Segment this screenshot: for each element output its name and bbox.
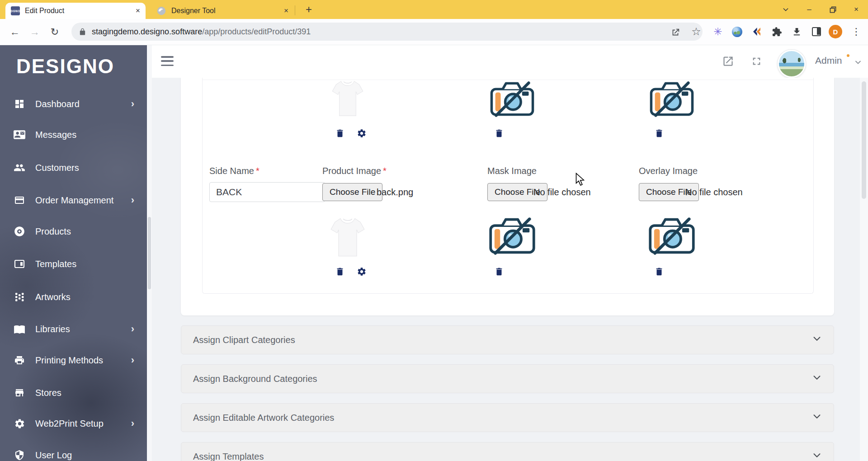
delete-icon[interactable] (494, 128, 504, 138)
tab-title: Edit Product (25, 7, 132, 15)
product-side-card: Side Name* Product Image* Choose File ba… (181, 78, 834, 315)
no-image-camera-icon (648, 216, 696, 255)
required-marker: * (256, 166, 259, 176)
window-restore-button[interactable] (821, 0, 844, 19)
tab-divider (295, 5, 295, 15)
sidebar-scrollbar-thumb[interactable] (148, 217, 151, 289)
templates-icon (14, 258, 25, 270)
page-scrollbar[interactable] (860, 78, 868, 461)
settings-gear-icon[interactable] (357, 128, 367, 138)
sidebar-item-web2print-setup[interactable]: Web2Print Setup › (0, 414, 147, 433)
window-minimize-button[interactable]: – (797, 0, 821, 19)
sidebar-item-dashboard[interactable]: Dashboard › (0, 94, 147, 114)
sidebar-item-order-management[interactable]: Order Management › (0, 190, 147, 210)
product-image-filename: back.png (377, 183, 413, 201)
overlay-image-filename: No file chosen (685, 183, 743, 201)
mouse-cursor (575, 173, 587, 186)
app-logo[interactable]: DESIGNO (16, 55, 114, 78)
user-name-label[interactable]: Admin (815, 55, 842, 66)
delete-icon[interactable] (335, 267, 345, 277)
screen: DGNO Edit Product × Designer Tool × + – … (0, 0, 868, 461)
browser-profile-avatar[interactable]: D (828, 24, 843, 39)
accordion-assign-editable-artwork-categories[interactable]: Assign Editable Artwork Categories (181, 403, 834, 432)
no-image-camera-icon (648, 80, 696, 118)
sidebar-item-user-log[interactable]: User Log (0, 445, 147, 461)
mask-image-label: Mask Image (487, 166, 537, 176)
tab-edit-product[interactable]: DGNO Edit Product × (5, 3, 146, 19)
no-image-camera-icon (488, 80, 536, 118)
required-marker: * (383, 166, 387, 176)
page-scrollbar-thumb[interactable] (862, 81, 866, 199)
product-image-label: Product Image* (322, 166, 387, 176)
share-icon[interactable] (668, 25, 683, 40)
new-tab-button[interactable]: + (301, 2, 316, 17)
sidebar-item-artworks[interactable]: Artworks (0, 287, 147, 307)
sidebar-item-products[interactable]: Products (0, 221, 147, 241)
sidebar-item-customers[interactable]: Customers (0, 158, 147, 178)
url-path: /app/products/editProduct/391 (202, 27, 311, 37)
hamburger-menu-icon[interactable] (161, 56, 174, 66)
sidebar-item-printing-methods[interactable]: Printing Methods › (0, 350, 147, 370)
side-panel-box: Side Name* Product Image* Choose File ba… (202, 78, 814, 294)
delete-icon[interactable] (335, 128, 345, 138)
libraries-icon (14, 323, 25, 335)
user-avatar[interactable] (778, 50, 806, 78)
window-controls: – × (774, 0, 868, 19)
delete-icon[interactable] (654, 128, 664, 138)
notification-dot (847, 54, 849, 57)
sidebar-item-libraries[interactable]: Libraries › (0, 319, 147, 339)
sidebar-item-messages[interactable]: Messages (0, 125, 147, 145)
extension-chevrons-icon[interactable] (750, 24, 764, 39)
bookmark-star-icon[interactable]: ☆ (689, 24, 703, 39)
customers-icon (14, 162, 25, 174)
forward-icon[interactable]: → (28, 25, 42, 39)
chevron-down-icon (812, 412, 822, 423)
extension-globe-icon[interactable] (730, 24, 744, 39)
settings-gear-icon[interactable] (357, 267, 367, 277)
chevron-right-icon: › (131, 324, 134, 334)
product-image-thumbnail (330, 214, 366, 261)
side-name-input[interactable] (209, 182, 325, 202)
printer-icon (14, 354, 25, 366)
tab-designer-tool[interactable]: Designer Tool × (151, 3, 294, 19)
tab-close-icon[interactable]: × (136, 6, 140, 15)
open-in-new-icon[interactable] (722, 55, 736, 69)
extension-asterisk-icon[interactable]: ✳ (711, 24, 725, 39)
url-bar[interactable]: stagingdemo.designo.software/app/product… (71, 23, 703, 41)
sidebar-item-stores[interactable]: Stores (0, 383, 147, 403)
app-header: Admin (152, 45, 868, 78)
fullscreen-icon[interactable] (750, 55, 764, 69)
gear-icon (14, 418, 25, 429)
window-close-button[interactable]: × (844, 0, 868, 19)
browser-menu-kebab-icon[interactable]: ⋮ (849, 24, 863, 39)
orders-icon (14, 194, 25, 206)
extensions-puzzle-icon[interactable] (769, 24, 784, 39)
accordion-assign-background-categories[interactable]: Assign Background Categories (181, 364, 834, 393)
divider (203, 80, 813, 80)
side-panel-icon[interactable] (809, 24, 824, 39)
artworks-icon (14, 291, 25, 303)
side-name-label: Side Name* (209, 166, 259, 176)
tab-search-chevron-icon[interactable] (774, 0, 797, 19)
download-icon[interactable] (789, 24, 804, 39)
tab-close-icon[interactable]: × (284, 6, 288, 15)
designo-favicon: DGNO (11, 6, 20, 15)
reload-icon[interactable]: ↻ (48, 25, 61, 39)
chevron-right-icon: › (131, 419, 134, 428)
accordion-assign-templates[interactable]: Assign Templates (181, 442, 834, 461)
chevron-right-icon: › (131, 195, 134, 205)
sidebar-item-templates[interactable]: Templates (0, 254, 147, 274)
products-icon (14, 226, 25, 237)
url-host: stagingdemo.designo.software (92, 27, 202, 37)
designer-tool-favicon (156, 6, 166, 16)
delete-icon[interactable] (494, 267, 504, 277)
chevron-down-icon[interactable] (854, 58, 863, 69)
back-icon[interactable]: ← (8, 25, 22, 39)
messages-icon (14, 129, 25, 141)
delete-icon[interactable] (654, 267, 664, 277)
accordion-assign-clipart-categories[interactable]: Assign Clipart Categories (181, 325, 834, 354)
product-image-choose-file-button[interactable]: Choose File (322, 183, 382, 201)
sidebar-scrollbar[interactable] (147, 45, 152, 461)
dashboard-icon (14, 98, 25, 110)
shield-icon (14, 449, 25, 461)
